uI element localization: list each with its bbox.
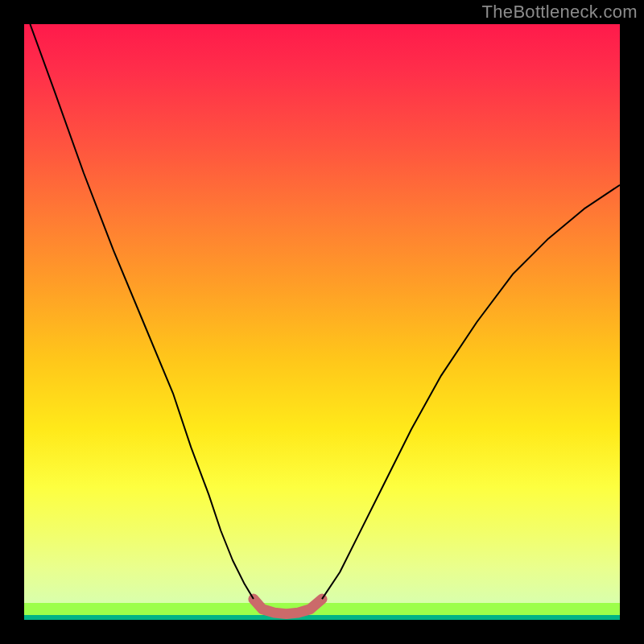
chart-svg [24,24,620,620]
series-group [30,24,620,614]
series-valley-highlight [254,599,322,614]
chart-frame: TheBottleneck.com [0,0,644,644]
series-curve-left [30,24,254,599]
watermark-text: TheBottleneck.com [482,2,638,23]
series-curve-right [322,185,620,599]
